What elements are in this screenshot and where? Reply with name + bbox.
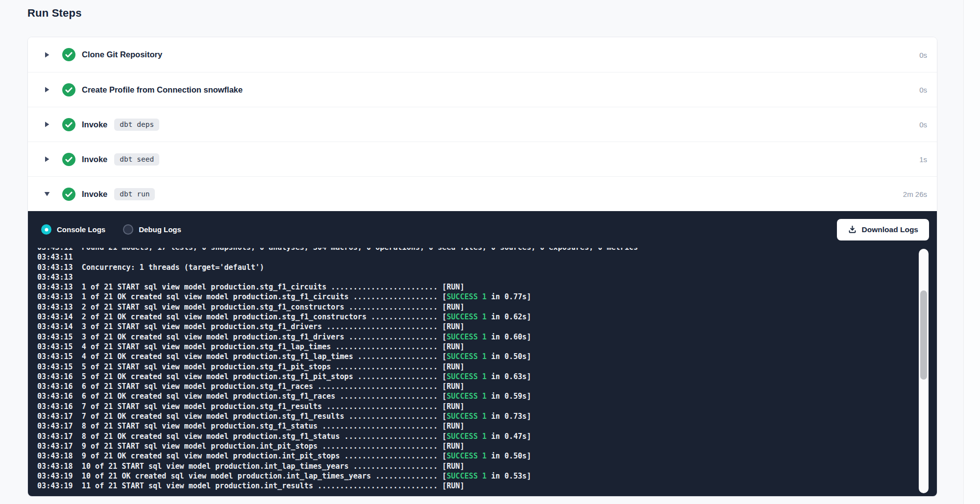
log-line: 03:43:16 5 of 21 OK created sql view mod…	[37, 372, 937, 382]
success-check-icon	[62, 83, 75, 96]
log-line: 03:43:13 2 of 21 START sql view model pr…	[37, 302, 937, 312]
step-label: Invoke	[82, 120, 107, 129]
step-duration: 0s	[919, 120, 927, 129]
log-line: 03:43:13 Concurrency: 1 threads (target=…	[37, 263, 937, 272]
log-panel: Console LogsDebug Logs Download Logs 03:…	[28, 211, 937, 496]
success-check-icon	[62, 118, 75, 131]
step-duration: 0s	[919, 50, 927, 59]
log-line: 03:43:11	[37, 252, 937, 262]
console-log-output: 03:43:11 Found 21 models, 17 tests, 0 sn…	[37, 248, 937, 491]
download-icon	[848, 225, 857, 234]
log-line: 03:43:14 2 of 21 OK created sql view mod…	[37, 312, 937, 322]
log-line: 03:43:13	[37, 272, 937, 282]
step-duration: 1s	[919, 155, 927, 164]
log-line: 03:43:17 9 of 21 START sql view model pr…	[37, 441, 937, 451]
log-line: 03:43:19 10 of 21 OK created sql view mo…	[37, 471, 937, 481]
step-label: Create Profile from Connection snowflake	[82, 85, 243, 95]
log-line: 03:43:16 6 of 21 START sql view model pr…	[37, 382, 937, 391]
success-check-icon	[62, 153, 75, 166]
log-line: 03:43:17 7 of 21 OK created sql view mod…	[37, 411, 937, 421]
console-scrollbar-track[interactable]	[919, 249, 929, 493]
log-line: 03:43:16 7 of 21 START sql view model pr…	[37, 402, 937, 411]
log-line: 03:43:18 9 of 21 OK created sql view mod…	[37, 451, 937, 461]
step-row-invoke-dbt-seed[interactable]: Invokedbt seed1s	[28, 142, 937, 176]
log-line: 03:43:17 8 of 21 START sql view model pr…	[37, 421, 937, 431]
log-type-radio-group: Console LogsDebug Logs	[41, 224, 199, 235]
command-badge: dbt seed	[114, 153, 159, 166]
log-line: 03:43:19 11 of 21 START sql view model p…	[37, 481, 937, 491]
caret-right-icon[interactable]	[44, 121, 50, 128]
page-title: Run Steps	[27, 7, 82, 20]
download-logs-button[interactable]: Download Logs	[837, 219, 929, 240]
console-log-viewport: 03:43:11 Found 21 models, 17 tests, 0 sn…	[28, 248, 937, 496]
radio-label: Debug Logs	[139, 225, 181, 234]
console-scrollbar-thumb[interactable]	[920, 290, 927, 380]
log-line: 03:43:15 3 of 21 OK created sql view mod…	[37, 332, 937, 342]
step-duration: 0s	[919, 86, 927, 94]
radio-label: Console Logs	[57, 225, 105, 234]
command-badge: dbt deps	[114, 119, 159, 131]
tab-console-logs[interactable]: Console Logs	[41, 224, 105, 235]
log-line: 03:43:15 4 of 21 START sql view model pr…	[37, 342, 937, 352]
tab-debug-logs[interactable]: Debug Logs	[123, 224, 181, 235]
radio-selected-icon[interactable]	[41, 224, 51, 235]
success-check-icon	[62, 188, 75, 201]
download-logs-label: Download Logs	[862, 225, 918, 234]
log-line: 03:43:11 Found 21 models, 17 tests, 0 sn…	[37, 248, 937, 252]
log-line: 03:43:13 1 of 21 START sql view model pr…	[37, 282, 937, 292]
log-line: 03:43:15 5 of 21 START sql view model pr…	[37, 362, 937, 372]
log-line: 03:43:16 6 of 21 OK created sql view mod…	[37, 391, 937, 401]
log-panel-header: Console LogsDebug Logs Download Logs	[28, 211, 937, 248]
step-label: Invoke	[82, 190, 107, 199]
step-duration: 2m 26s	[903, 190, 927, 198]
caret-right-icon[interactable]	[44, 51, 50, 58]
log-line: 03:43:14 3 of 21 START sql view model pr…	[37, 322, 937, 332]
app-scroll-gutter	[963, 0, 980, 504]
step-label: Invoke	[82, 155, 107, 164]
run-steps-card: Clone Git Repository0sCreate Profile fro…	[27, 37, 937, 497]
log-line: 03:43:13 1 of 21 OK created sql view mod…	[37, 292, 937, 302]
log-line: 03:43:18 10 of 21 START sql view model p…	[37, 461, 937, 471]
step-row-create-profile-from-connection-snowflake[interactable]: Create Profile from Connection snowflake…	[28, 72, 937, 107]
run-steps-list: Clone Git Repository0sCreate Profile fro…	[28, 37, 937, 211]
caret-down-icon[interactable]	[44, 191, 50, 197]
caret-right-icon[interactable]	[44, 86, 50, 93]
step-row-invoke-dbt-run[interactable]: Invokedbt run2m 26s	[28, 176, 937, 211]
step-row-clone-git-repository[interactable]: Clone Git Repository0s	[28, 37, 937, 72]
success-check-icon	[62, 48, 75, 61]
radio-unselected-icon[interactable]	[123, 224, 133, 235]
caret-right-icon[interactable]	[44, 156, 50, 163]
step-row-invoke-dbt-deps[interactable]: Invokedbt deps0s	[28, 107, 937, 142]
log-line: 03:43:17 8 of 21 OK created sql view mod…	[37, 432, 937, 441]
step-label: Clone Git Repository	[82, 50, 162, 59]
command-badge: dbt run	[114, 188, 155, 200]
log-line: 03:43:15 4 of 21 OK created sql view mod…	[37, 352, 937, 361]
